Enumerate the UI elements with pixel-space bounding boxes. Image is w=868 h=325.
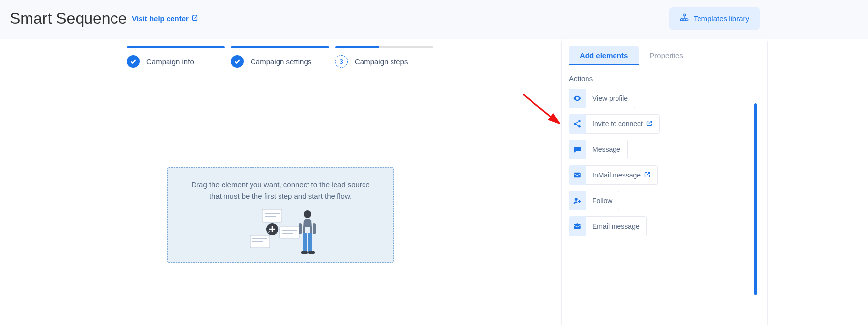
svg-rect-0	[683, 14, 685, 16]
follow-icon	[569, 191, 586, 210]
svg-rect-22	[301, 251, 308, 254]
page-title: Smart Sequence	[10, 9, 127, 28]
step-number-badge: 3	[335, 55, 348, 68]
tab-add-elements[interactable]: Add elements	[569, 46, 639, 65]
action-invite-to-connect[interactable]: Invite to connect	[569, 114, 760, 134]
svg-point-31	[575, 198, 578, 201]
templates-icon	[680, 13, 689, 24]
svg-point-26	[577, 98, 578, 99]
page-header: Smart Sequence Visit help center Templat…	[0, 0, 868, 37]
svg-line-33	[523, 94, 560, 124]
svg-rect-23	[308, 251, 315, 254]
step-campaign-info[interactable]: Campaign info	[127, 46, 225, 68]
canvas-illustration	[187, 206, 374, 260]
templates-library-button[interactable]: Templates library	[669, 7, 760, 30]
svg-point-28	[574, 123, 576, 125]
action-inmail-message[interactable]: InMail message	[569, 165, 760, 185]
svg-rect-2	[686, 19, 688, 21]
action-label: InMail message	[592, 171, 641, 179]
step-progress-bar	[231, 46, 329, 48]
svg-rect-30	[574, 173, 581, 178]
action-label: Follow	[592, 197, 612, 205]
actions-section-title: Actions	[569, 74, 760, 83]
step-label: Campaign steps	[355, 58, 408, 66]
share-icon	[569, 114, 586, 134]
action-label: Email message	[592, 222, 640, 230]
action-message[interactable]: Message	[569, 140, 760, 159]
panel-scrollbar[interactable]	[754, 103, 757, 295]
eye-icon	[569, 89, 586, 108]
svg-rect-21	[308, 233, 312, 252]
action-email-message[interactable]: Email message	[569, 216, 760, 236]
elements-side-panel: Add elements Properties Actions View pro…	[561, 39, 768, 325]
help-center-link[interactable]: Visit help center	[132, 14, 198, 23]
inmail-icon	[569, 165, 586, 185]
step-progress-bar	[127, 46, 225, 48]
step-campaign-steps[interactable]: 3 Campaign steps	[335, 46, 433, 68]
external-link-icon	[646, 120, 652, 128]
tab-properties[interactable]: Properties	[639, 46, 694, 65]
svg-point-27	[578, 120, 581, 123]
action-label: Message	[592, 146, 620, 153]
help-center-label: Visit help center	[132, 14, 189, 23]
action-label: Invite to connect	[592, 120, 643, 128]
canvas-instruction: Drag the element you want, connect to th…	[187, 179, 374, 202]
svg-rect-1	[680, 19, 683, 21]
external-link-icon	[644, 171, 650, 179]
sequence-canvas-dropzone[interactable]: Drag the element you want, connect to th…	[167, 167, 394, 263]
step-label: Campaign info	[146, 58, 194, 66]
main-content: Campaign info Campaign settings 3 Campai…	[0, 39, 868, 325]
action-label: View profile	[592, 94, 628, 102]
stepper: Campaign info Campaign settings 3 Campai…	[127, 46, 433, 68]
panel-tabs: Add elements Properties	[562, 46, 767, 65]
step-progress-bar	[335, 46, 433, 48]
action-follow[interactable]: Follow	[569, 191, 760, 210]
step-label: Campaign settings	[251, 58, 311, 66]
email-icon	[569, 216, 586, 236]
svg-point-29	[578, 125, 581, 128]
actions-section: Actions View profile Invite to connect	[562, 65, 767, 236]
annotation-arrow	[520, 91, 564, 130]
action-view-profile[interactable]: View profile	[569, 89, 760, 108]
step-campaign-settings[interactable]: Campaign settings	[231, 46, 329, 68]
chat-icon	[569, 140, 586, 159]
svg-rect-25	[313, 223, 316, 234]
svg-rect-24	[299, 223, 302, 234]
external-link-icon	[192, 14, 198, 23]
svg-rect-3	[683, 19, 685, 21]
check-icon	[127, 55, 140, 68]
svg-point-19	[304, 210, 311, 218]
check-icon	[231, 55, 244, 68]
templates-library-label: Templates library	[694, 14, 749, 23]
svg-rect-20	[303, 233, 307, 252]
